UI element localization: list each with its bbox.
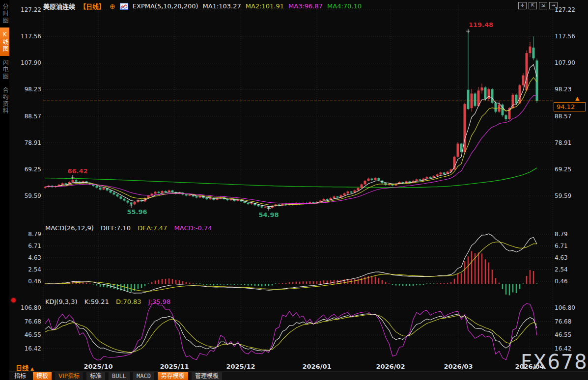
y-axis-label: 107.90	[12, 59, 41, 66]
y-axis-label: 127.22	[12, 6, 41, 13]
toolbar-button-4[interactable]: BULL	[109, 372, 130, 380]
date-axis-row: 日线▲ 2025/102025/112025/122026/012026/022…	[0, 362, 588, 371]
toolbar-button-2[interactable]: VIP指标	[55, 372, 83, 380]
y-axis-label: 69.25	[12, 166, 41, 173]
kdj-title[interactable]: KDJ(9,3,3)	[45, 298, 78, 305]
ma1-value: MA1:103.27	[203, 2, 241, 10]
y-axis-label: 117.56	[555, 33, 585, 40]
watermark: FX678	[521, 351, 588, 373]
toolbar-button-6[interactable]: 另存模板	[158, 372, 188, 380]
x-axis-month-label: 2025/12	[226, 363, 255, 370]
ma3-value: MA3:96.87	[288, 2, 323, 10]
kdj-d-value: D:70.83	[116, 298, 141, 305]
period-up-arrow-icon: ▲	[30, 366, 34, 371]
scale-axis-left-icon[interactable]: ⇱	[529, 2, 537, 9]
y-axis-label: 59.59	[555, 192, 585, 199]
price-annotation-54.98: 54.98	[258, 211, 279, 218]
price-arrow-icon: ▲	[575, 95, 579, 102]
price-annotation-66.42: 66.42	[67, 167, 87, 175]
ma2-value: MA2:101.91	[246, 2, 284, 10]
y-axis-label: 0.46	[12, 278, 41, 285]
y-axis-label: 78.91	[12, 139, 41, 146]
macd-hist-value: MACD:-0.74	[174, 224, 212, 232]
symbol-name: 美原油连续	[43, 3, 75, 10]
period-tag[interactable]: 【日线】	[80, 3, 105, 10]
y-axis-label: 88.57	[555, 113, 585, 120]
macd-title[interactable]: MACD(26,12,9)	[45, 224, 94, 232]
crosshair-icon[interactable]: ✛	[518, 2, 527, 9]
toolbar-button-5[interactable]: MACD	[133, 372, 154, 380]
y-axis-label: 107.90	[555, 59, 585, 66]
line-chart-icon[interactable]	[120, 3, 128, 10]
kdj-j-value: J:35.98	[148, 298, 170, 305]
expand-plus-icon[interactable]: ⊕	[110, 2, 115, 10]
toolbar-button-1[interactable]: 模板	[33, 372, 52, 380]
y-axis-label: 127.22	[555, 6, 585, 13]
last-price-box: 94.12	[554, 102, 586, 111]
price-chart-canvas[interactable]: 66.4255.9654.98119.48	[0, 0, 588, 380]
chart-header: 美原油连续【日线】⊕EXPMA(5,10,20,200)MA1:103.27MA…	[43, 1, 366, 9]
sidebar-item-1[interactable]: K线图	[0, 27, 9, 56]
bottom-toolbar: 指标模板VIP指标标准BULLMACD另存模板管理模板	[0, 371, 588, 380]
x-axis-month-label: 2026/01	[302, 363, 331, 370]
y-axis-label: 6.71	[555, 243, 585, 249]
y-axis-label: 8.79	[555, 231, 585, 238]
y-axis-label: 46.55	[12, 331, 41, 338]
y-axis-label: 69.25	[555, 166, 585, 173]
toolbar-button-7[interactable]: 管理模板	[192, 372, 222, 380]
toolbar-button-3[interactable]: 标准	[86, 372, 105, 380]
y-axis-label: 76.68	[555, 318, 585, 325]
y-axis-label: 0.46	[555, 278, 585, 285]
macd-diff-value: DIFF:7.10	[101, 224, 131, 232]
x-axis-month-label: 2025/10	[84, 363, 112, 370]
y-axis-label: 106.80	[12, 304, 41, 311]
chart-toolbar-icons: ✛⇱⇲⇥	[518, 2, 558, 9]
y-axis-label: 4.63	[555, 254, 585, 261]
x-axis-month-label: 2026/02	[376, 363, 405, 370]
price-annotation-119.48: 119.48	[469, 21, 493, 28]
y-axis-label: 98.23	[12, 86, 41, 93]
macd-header: MACD(26,12,9) DIFF:7.10 DEA:7.47 MACD:-0…	[45, 224, 217, 232]
y-axis-label: 78.91	[555, 139, 585, 146]
y-axis-label: 76.68	[12, 318, 41, 325]
sidebar-item-0[interactable]: 分时图	[0, 0, 9, 27]
period-selector-label: 日线	[16, 364, 28, 372]
y-axis-label: 59.59	[12, 192, 41, 199]
y-axis-label: 16.42	[12, 345, 41, 352]
price-annotation-55.96: 55.96	[127, 208, 147, 216]
x-axis-month-label: 2026/03	[444, 363, 473, 370]
y-axis-label: 98.23	[555, 86, 585, 93]
y-axis-label: 2.54	[12, 266, 41, 273]
panel-alert-icon[interactable]	[11, 298, 16, 302]
scale-axis-right-icon[interactable]: ⇲	[539, 2, 547, 9]
macd-dea-value: DEA:7.47	[138, 224, 167, 232]
chart-type-sidebar: 分时图K线图闪电图合约资料	[0, 0, 9, 380]
y-axis-label: 106.80	[555, 304, 585, 311]
y-axis-label: 4.63	[12, 254, 41, 261]
kdj-k-value: K:59.21	[84, 298, 109, 305]
sidebar-item-3[interactable]: 合约资料	[0, 83, 9, 118]
y-axis-label: 117.56	[12, 33, 41, 40]
chart-application-window: 66.4255.9654.98119.48 分时图K线图闪电图合约资料 美原油连…	[0, 0, 588, 380]
y-axis-label: 8.79	[12, 231, 41, 238]
x-axis-month-label: 2025/11	[160, 363, 189, 370]
ma4-value: MA4:70.10	[327, 2, 362, 10]
indicator-name[interactable]: EXPMA(5,10,20,200)	[133, 2, 198, 10]
toolbar-button-0[interactable]: 指标	[11, 372, 29, 380]
kdj-header: KDJ(9,3,3) K:59.21 D:70.83 J:35.98	[45, 298, 175, 305]
y-axis-label: 6.71	[12, 243, 41, 249]
y-axis-label: 2.54	[555, 266, 585, 273]
y-axis-label: 46.55	[555, 331, 585, 338]
sidebar-item-2[interactable]: 闪电图	[0, 56, 9, 83]
y-axis-label: 88.57	[12, 113, 41, 120]
